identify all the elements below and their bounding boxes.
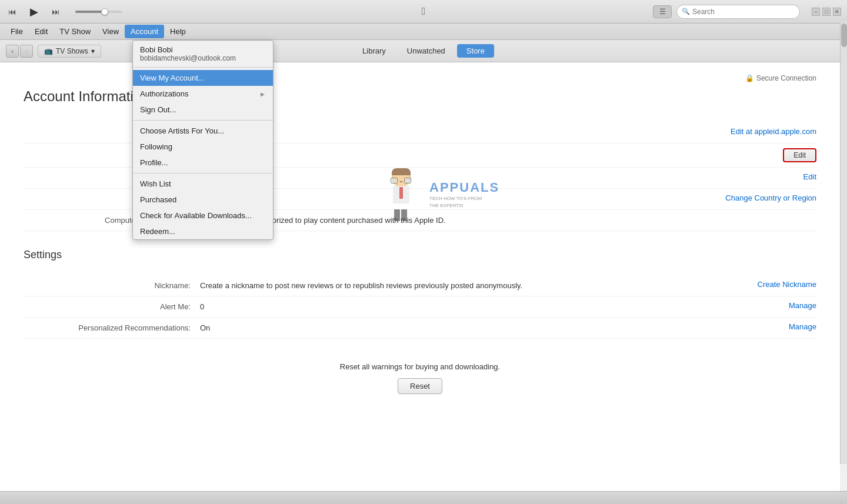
edit-payment-button[interactable]: Edit: [783, 148, 816, 162]
secure-connection-text: Secure Connection: [756, 74, 816, 82]
dropdown-item-purchased[interactable]: Purchased: [133, 192, 273, 208]
settings-section: Settings Nickname: Create a nickname to …: [0, 243, 840, 351]
alertme-action: Manage: [699, 301, 816, 310]
recommendations-value: On: [200, 322, 699, 332]
dropdown-user-email: bobidamchevski@outlook.com: [140, 54, 266, 62]
reset-button[interactable]: Reset: [398, 378, 442, 394]
content-header: 🔒 Secure Connection: [0, 62, 840, 88]
menu-item-file[interactable]: File: [5, 25, 29, 38]
dropdown-divider-2: [133, 173, 273, 173]
fast-forward-button[interactable]: ⏭: [49, 6, 62, 18]
nickname-action: Create Nickname: [699, 280, 816, 289]
rewind-button[interactable]: ⏮: [6, 6, 19, 18]
dropdown-item-authorizations[interactable]: Authorizations ►: [133, 86, 273, 102]
country-action: Change Country or Region: [699, 193, 816, 202]
library-label: TV Shows: [56, 47, 88, 55]
list-view-button[interactable]: ☰: [653, 5, 672, 18]
dropdown-item-choose-artists[interactable]: Choose Artists For You...: [133, 123, 273, 139]
dropdown-item-wish-list[interactable]: Wish List: [133, 176, 273, 192]
title-bar-right: ☰ 🔍 – □ ✕: [653, 5, 841, 19]
billing-value: [200, 172, 699, 173]
appleid-action: Edit at appleid.apple.com: [699, 127, 816, 136]
dropdown-arrow-icon: ▾: [91, 47, 95, 55]
apple-logo: : [422, 5, 426, 18]
menu-item-account[interactable]: Account: [125, 25, 164, 38]
minimize-button[interactable]: –: [812, 8, 820, 16]
payment-action: Edit: [699, 148, 816, 162]
payment-value: No credit card on file.: [200, 148, 699, 158]
dropdown-item-sign-out[interactable]: Sign Out...: [133, 102, 273, 118]
secure-connection: 🔒 Secure Connection: [745, 74, 816, 82]
dropdown-item-profile[interactable]: Profile...: [133, 155, 273, 171]
maximize-button[interactable]: □: [822, 8, 831, 16]
nav-arrows: ‹ ›: [6, 45, 33, 58]
field-row-alertme: Alert Me: 0 Manage: [24, 296, 816, 318]
title-bar: ⏮ ▶ ⏭  ☰ 🔍 – □ ✕: [0, 0, 847, 24]
account-section: Apple ID: Edit at appleid.apple.com Paym…: [0, 116, 840, 243]
recommendations-label: Personalized Recommendations:: [24, 322, 200, 332]
field-row-nickname: Nickname: Create a nickname to post new …: [24, 275, 816, 296]
dropdown-item-check-downloads[interactable]: Check for Available Downloads...: [133, 208, 273, 223]
recommendations-action: Manage: [699, 322, 816, 331]
dropdown-header: Bobi Bobi bobidamchevski@outlook.com: [133, 41, 273, 65]
create-nickname-link[interactable]: Create Nickname: [758, 280, 816, 289]
menu-item-help[interactable]: Help: [164, 25, 192, 38]
search-input[interactable]: [692, 8, 795, 16]
page-title: Account Information: [24, 88, 149, 104]
chevron-right-icon: ►: [259, 91, 266, 98]
billing-action: Edit: [699, 172, 816, 181]
volume-thumb: [101, 8, 108, 15]
edit-appleid-link[interactable]: Edit at appleid.apple.com: [731, 127, 816, 136]
tv-icon: 📺: [44, 47, 53, 55]
authorizations-value: 0 computers are authorized to play conte…: [200, 215, 699, 225]
menu-item-edit[interactable]: Edit: [29, 25, 54, 38]
dropdown-user-name: Bobi Bobi: [140, 45, 266, 54]
close-button[interactable]: ✕: [833, 8, 841, 16]
account-dropdown-menu: Bobi Bobi bobidamchevski@outlook.com Vie…: [132, 40, 274, 240]
volume-slider[interactable]: [75, 11, 122, 13]
alertme-label: Alert Me:: [24, 301, 200, 311]
scrollbar-thumb[interactable]: [841, 24, 847, 47]
dropdown-item-view-account[interactable]: View My Account...: [133, 70, 273, 86]
reset-section: Reset all warnings for buying and downlo…: [0, 351, 840, 406]
page-title-area: Account Information: [0, 88, 840, 116]
tab-store[interactable]: Store: [457, 44, 494, 58]
nav-tabs: Library Unwatched Store: [353, 44, 494, 58]
status-bar: [0, 491, 847, 504]
nickname-label: Nickname:: [24, 280, 200, 290]
search-icon: 🔍: [682, 8, 690, 15]
back-button[interactable]: ‹: [6, 45, 19, 58]
window-controls: – □ ✕: [812, 8, 841, 16]
menu-item-tvshow[interactable]: TV Show: [54, 25, 96, 38]
dropdown-item-following[interactable]: Following: [133, 139, 273, 155]
reset-text: Reset all warnings for buying and downlo…: [340, 362, 500, 371]
scrollbar[interactable]: [840, 22, 847, 464]
edit-billing-link[interactable]: Edit: [803, 172, 816, 181]
nickname-value: Create a nickname to post new reviews or…: [200, 280, 699, 290]
main-content: 🔒 Secure Connection Account Information: [0, 62, 840, 504]
tab-library[interactable]: Library: [353, 44, 395, 58]
tab-unwatched[interactable]: Unwatched: [398, 44, 455, 58]
field-row-recommendations: Personalized Recommendations: On Manage: [24, 318, 816, 339]
dropdown-item-redeem[interactable]: Redeem...: [133, 223, 273, 239]
transport-controls: ⏮ ▶ ⏭: [6, 4, 122, 20]
settings-title: Settings: [24, 249, 816, 266]
library-button[interactable]: 📺 TV Shows ▾: [38, 45, 101, 58]
lock-icon: 🔒: [745, 74, 754, 82]
menu-item-view[interactable]: View: [96, 25, 125, 38]
forward-button[interactable]: ›: [20, 45, 33, 58]
nav-bar: ‹ › 📺 TV Shows ▾ Library Unwatched Store: [0, 40, 847, 62]
menu-bar: File Edit TV Show View Account Help: [0, 24, 847, 40]
dropdown-divider-top: [133, 67, 273, 68]
play-button[interactable]: ▶: [26, 4, 42, 20]
manage-alertme-link[interactable]: Manage: [789, 301, 816, 310]
search-box: 🔍: [676, 5, 800, 19]
change-country-link[interactable]: Change Country or Region: [725, 193, 816, 202]
alertme-value: 0: [200, 301, 699, 311]
dropdown-divider-1: [133, 120, 273, 121]
manage-recommendations-link[interactable]: Manage: [789, 322, 816, 331]
appleid-value: [200, 127, 699, 128]
country-value: [200, 193, 699, 195]
